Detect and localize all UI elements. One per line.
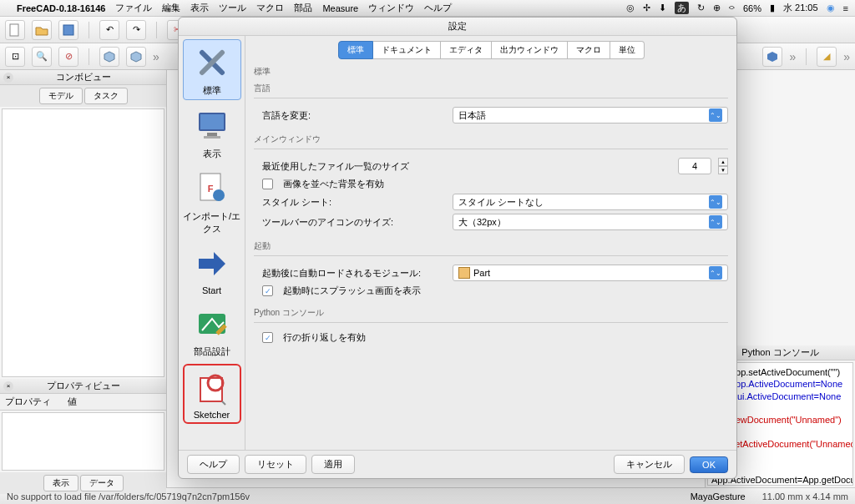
category-monitor[interactable]: 表示 bbox=[183, 103, 241, 163]
toolbar-more[interactable]: » bbox=[153, 50, 159, 63]
tiled-bg-checkbox[interactable] bbox=[262, 179, 273, 189]
menu-measure[interactable]: Measure bbox=[322, 3, 358, 13]
partdesign-icon bbox=[192, 304, 232, 344]
property-view-title: × プロパティビュー bbox=[0, 379, 166, 394]
close-icon[interactable]: × bbox=[3, 381, 13, 391]
splash-checkbox[interactable] bbox=[262, 285, 273, 296]
wrap-label: 行の折り返しを有効 bbox=[283, 331, 366, 344]
seg-tab-4[interactable]: マクロ bbox=[568, 41, 610, 59]
reset-button[interactable]: リセット bbox=[245, 455, 306, 474]
new-doc-button[interactable] bbox=[5, 20, 25, 40]
tab-view[interactable]: 表示 bbox=[43, 475, 78, 491]
save-button[interactable] bbox=[58, 20, 78, 40]
combo-view-title: × コンボビュー bbox=[0, 70, 166, 85]
autoload-select[interactable]: Part⌃⌄ bbox=[453, 265, 728, 281]
property-grid[interactable] bbox=[2, 412, 164, 471]
tools-icon bbox=[192, 43, 232, 83]
ok-button[interactable]: OK bbox=[690, 456, 728, 473]
iso-view-button[interactable] bbox=[99, 47, 119, 67]
lang-label: 言語を変更: bbox=[262, 109, 446, 122]
seg-tab-0[interactable]: 標準 bbox=[338, 41, 373, 59]
wifi-icon[interactable]: ⌔ bbox=[729, 3, 735, 13]
category-arrow[interactable]: Start bbox=[183, 241, 241, 298]
seg-tab-5[interactable]: 単位 bbox=[610, 41, 645, 59]
wrap-checkbox[interactable] bbox=[262, 332, 273, 343]
tab-data[interactable]: データ bbox=[80, 475, 124, 491]
status-message: No support to load file /var/folders/fc/… bbox=[7, 491, 674, 501]
open-button[interactable] bbox=[32, 20, 52, 40]
battery-pct: 66% bbox=[743, 3, 761, 13]
ime-icon[interactable]: あ bbox=[675, 2, 689, 14]
mac-menubar: FreeCAD-0.18-16146 ファイル 編集 表示 ツール マクロ 部品… bbox=[0, 0, 855, 17]
group-language: 言語 bbox=[254, 83, 728, 94]
tab-model[interactable]: モデル bbox=[39, 88, 83, 104]
bluetooth-icon[interactable]: ⊕ bbox=[713, 3, 721, 13]
svg-rect-1 bbox=[63, 25, 73, 35]
menu-part[interactable]: 部品 bbox=[294, 2, 312, 14]
help-button[interactable]: ヘルプ bbox=[187, 455, 240, 474]
notif-icon[interactable]: ≡ bbox=[843, 3, 848, 13]
menu-window[interactable]: ウィンドウ bbox=[368, 2, 414, 14]
sketcher-icon bbox=[192, 368, 232, 408]
category-sidebar[interactable]: 標準表示Fインポート/エクスStart部品設計Sketcher bbox=[179, 36, 245, 450]
menu-edit[interactable]: 編集 bbox=[162, 2, 180, 14]
zoom-button[interactable]: 🔍 bbox=[32, 47, 52, 67]
segment-tabs: 標準ドキュメントエディタ出力ウィンドウマクロ単位 bbox=[254, 41, 728, 59]
category-sketcher[interactable]: Sketcher bbox=[183, 364, 241, 424]
status-icon[interactable]: ◎ bbox=[626, 3, 635, 13]
svg-rect-3 bbox=[200, 114, 224, 129]
arrow-icon bbox=[192, 244, 232, 284]
toolbar-more[interactable]: » bbox=[789, 50, 796, 63]
tree-view[interactable] bbox=[2, 108, 164, 377]
language-select[interactable]: 日本語⌃⌄ bbox=[453, 107, 728, 123]
nodraw-button[interactable]: ⊘ bbox=[58, 47, 78, 67]
iconsize-label: ツールバーのアイコンのサイズ: bbox=[262, 216, 446, 229]
menu-help[interactable]: ヘルプ bbox=[424, 2, 452, 14]
status-icon[interactable]: ✢ bbox=[643, 3, 650, 13]
preferences-dialog: 設定 標準表示Fインポート/エクスStart部品設計Sketcher 標準ドキュ… bbox=[178, 17, 737, 479]
svg-point-8 bbox=[213, 189, 225, 201]
box-button[interactable] bbox=[762, 47, 782, 67]
seg-tab-1[interactable]: ドキュメント bbox=[373, 41, 441, 59]
dropbox-icon[interactable]: ⬇ bbox=[659, 3, 666, 13]
user-icon[interactable]: ◉ bbox=[827, 3, 835, 13]
menu-view[interactable]: 表示 bbox=[190, 2, 209, 14]
redo-button[interactable]: ↷ bbox=[126, 20, 146, 40]
cancel-button[interactable]: キャンセル bbox=[614, 455, 685, 474]
style-label: スタイル シート: bbox=[262, 196, 446, 209]
monitor-icon bbox=[192, 106, 232, 146]
toolbar-more[interactable]: » bbox=[843, 50, 850, 63]
group-std: 標準 bbox=[254, 66, 728, 78]
category-partdesign[interactable]: 部品設計 bbox=[183, 301, 241, 360]
iconsize-select[interactable]: 大（32px）⌃⌄ bbox=[453, 214, 728, 230]
svg-rect-0 bbox=[10, 24, 18, 36]
seg-tab-2[interactable]: エディタ bbox=[441, 41, 492, 59]
splash-label: 起動時にスプラッシュ画面を表示 bbox=[283, 285, 421, 297]
recent-files-count[interactable]: 4 bbox=[678, 158, 711, 174]
recent-label: 最近使用したファイル一覧のサイズ bbox=[262, 160, 446, 173]
recent-stepper[interactable]: ▲▼ bbox=[718, 158, 728, 174]
close-icon[interactable]: × bbox=[3, 73, 13, 83]
menu-macro[interactable]: マクロ bbox=[256, 2, 284, 14]
tab-task[interactable]: タスク bbox=[84, 88, 128, 104]
category-import[interactable]: Fインポート/エクス bbox=[183, 166, 241, 238]
zoom-fit-button[interactable]: ⊡ bbox=[5, 47, 25, 67]
clock[interactable]: 水 21:05 bbox=[783, 2, 818, 14]
menu-file[interactable]: ファイル bbox=[115, 2, 152, 14]
nav-style[interactable]: MayaGesture bbox=[691, 491, 746, 501]
battery-icon[interactable]: ▮ bbox=[770, 3, 775, 13]
apply-button[interactable]: 適用 bbox=[311, 455, 355, 474]
category-tools[interactable]: 標準 bbox=[183, 39, 241, 100]
menu-tools[interactable]: ツール bbox=[219, 2, 246, 14]
autoload-label: 起動後に自動ロードされるモジュール: bbox=[262, 267, 446, 280]
app-name[interactable]: FreeCAD-0.18-16146 bbox=[17, 3, 105, 13]
front-view-button[interactable] bbox=[126, 47, 146, 67]
sync-icon[interactable]: ↻ bbox=[697, 3, 705, 13]
undo-button[interactable]: ↶ bbox=[99, 20, 119, 40]
settings-pane: 標準ドキュメントエディタ出力ウィンドウマクロ単位 標準 言語 言語を変更: 日本… bbox=[245, 36, 736, 450]
import-icon: F bbox=[192, 169, 232, 209]
seg-tab-3[interactable]: 出力ウィンドウ bbox=[492, 41, 568, 59]
stylesheet-select[interactable]: スタイル シートなし⌃⌄ bbox=[453, 194, 728, 210]
dialog-footer: ヘルプ リセット 適用 キャンセル OK bbox=[179, 450, 736, 478]
measure-button[interactable]: ◢ bbox=[817, 47, 837, 67]
